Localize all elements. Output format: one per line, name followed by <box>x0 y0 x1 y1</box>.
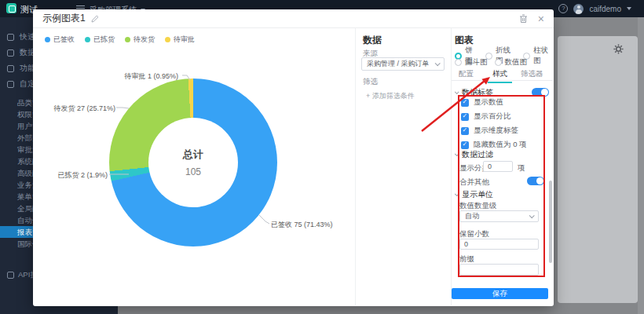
gear-icon <box>613 44 624 54</box>
pie-callout: 待审批 1 (0.95%) <box>124 71 178 82</box>
chart-type-number[interactable]: 数值图 <box>495 57 528 68</box>
donut-ring[interactable] <box>109 78 277 246</box>
backdrop-page-card <box>558 36 638 303</box>
checkbox-checked-icon <box>461 99 469 107</box>
donut-center-label: 总计 <box>183 148 203 162</box>
chevron-down-icon <box>529 213 535 218</box>
checkbox-checked-icon <box>461 113 469 121</box>
dashboard-icon <box>7 34 14 41</box>
checkbox-show-percent[interactable]: 显示百分比 <box>461 111 511 122</box>
decimals-input[interactable] <box>459 239 539 250</box>
radio-icon <box>455 59 462 66</box>
show-count-suffix: 项 <box>518 163 525 173</box>
checkbox-checked-icon <box>461 141 469 149</box>
component-icon <box>7 65 14 72</box>
legend-item[interactable]: 已签收 <box>45 35 75 45</box>
data-panel-heading: 数据 <box>363 34 382 47</box>
legend-dot <box>125 37 130 42</box>
page-icon <box>7 81 14 88</box>
dialog-title: 示例图表1 <box>42 12 86 25</box>
chart-type-funnel[interactable]: 漏斗图 <box>455 57 488 68</box>
legend-dot <box>85 37 90 42</box>
collapse-caret-icon <box>455 89 459 94</box>
add-filter-button[interactable]: + 添加筛选条件 <box>366 91 415 101</box>
database-icon <box>7 49 14 57</box>
merge-others-toggle[interactable] <box>527 177 544 185</box>
avatar[interactable] <box>573 4 584 14</box>
tab-filter[interactable]: 筛选器 <box>521 69 543 82</box>
section-data-filter[interactable]: 数据过滤 <box>455 149 493 160</box>
section-display-unit[interactable]: 显示单位 <box>455 189 493 200</box>
data-source-panel: 数据 来源 采购管理 / 采购订单 筛选 + 添加筛选条件 <box>356 28 452 305</box>
legend-dot <box>165 37 170 42</box>
chart-legend: 已签收 已拣货 待发货 待审批 <box>45 35 195 45</box>
chart-type-bar[interactable]: 柱状图 <box>523 46 554 66</box>
chevron-down-icon <box>435 60 441 66</box>
help-icon[interactable]: ? <box>558 4 568 13</box>
chart-editor-dialog: 示例图表1 × 已签收 已拣货 待发货 待审批 总计 105 待审批 1 (0.… <box>33 9 554 306</box>
pie-callout: 已签收 75 (71.43%) <box>271 220 333 230</box>
pie-callout: 已拣货 2 (1.9%) <box>57 170 108 181</box>
page-scrollbar[interactable] <box>638 17 644 314</box>
legend-item[interactable]: 待审批 <box>165 35 195 45</box>
dialog-header: 示例图表1 × <box>33 9 554 28</box>
section-data-label[interactable]: 数据标签 <box>455 87 493 98</box>
panel-scrollbar-thumb[interactable] <box>549 181 552 263</box>
radio-icon <box>495 59 502 66</box>
legend-dot <box>45 37 50 42</box>
delete-icon[interactable] <box>519 14 528 24</box>
prefix-input[interactable] <box>459 264 539 276</box>
merge-others-label: 合并其他 <box>459 177 489 188</box>
source-select[interactable]: 采购管理 / 采购订单 <box>361 57 445 71</box>
tab-style[interactable]: 样式 <box>488 69 512 83</box>
config-tabs: 配置 样式 筛选器 <box>452 69 553 81</box>
show-count-input[interactable] <box>483 161 513 172</box>
filter-label: 筛选 <box>363 77 378 87</box>
edit-pencil-icon[interactable] <box>91 15 99 23</box>
donut-center-value: 105 <box>185 166 201 177</box>
chart-config-panel: 图表 饼图 折线图 柱状图 漏斗图 数值图 配置 样式 筛选器 数据标签 显示数… <box>452 28 554 305</box>
collapse-caret-icon <box>455 192 459 196</box>
save-button[interactable]: 保存 <box>452 288 548 299</box>
magnitude-select[interactable]: 自动 <box>459 210 539 222</box>
data-label-toggle[interactable] <box>532 88 549 97</box>
checkbox-checked-icon <box>461 127 469 135</box>
chart-preview-area: 已签收 已拣货 待发货 待审批 总计 105 待审批 1 (0.95%) 待发货… <box>33 28 356 305</box>
user-caret-down-icon[interactable] <box>627 7 631 10</box>
legend-item[interactable]: 待发货 <box>125 35 155 45</box>
close-icon[interactable]: × <box>538 13 544 24</box>
pie-callout: 待发货 27 (25.71%) <box>53 104 115 114</box>
tab-config[interactable]: 配置 <box>459 69 474 82</box>
checkbox-show-dimension[interactable]: 显示维度标签 <box>461 126 518 136</box>
api-icon <box>7 272 14 279</box>
app-logo-icon <box>6 3 16 13</box>
username: caifdemo <box>589 5 621 13</box>
collapse-caret-icon <box>455 152 459 156</box>
checkbox-show-value[interactable]: 显示数值 <box>461 97 503 108</box>
legend-item[interactable]: 已拣货 <box>85 35 115 45</box>
